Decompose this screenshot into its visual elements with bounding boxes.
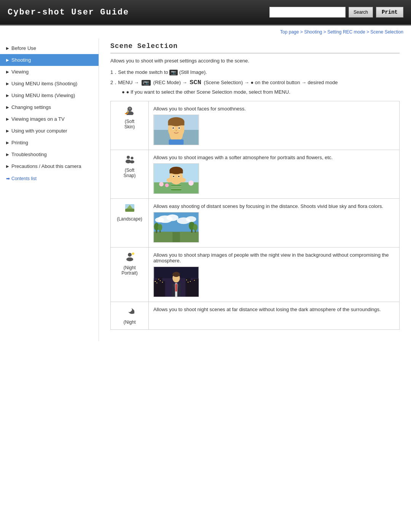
scene-icon-cell: (SoftSnap) xyxy=(111,150,149,199)
sidebar-item-viewing-tv[interactable]: ▶ Viewing images on a TV xyxy=(0,113,99,125)
camera-icon: 📷 xyxy=(169,70,178,75)
sidebar-label: Precautions / About this camera xyxy=(11,163,81,169)
sidebar-item-shooting[interactable]: ▶ Shooting xyxy=(0,54,99,66)
sidebar-label: Shooting xyxy=(11,57,31,63)
svg-rect-74 xyxy=(160,280,161,281)
app-title: Cyber-shot User Guide xyxy=(8,8,129,17)
arrow-icon: ▶ xyxy=(6,164,9,168)
svg-rect-71 xyxy=(155,281,156,282)
svg-rect-75 xyxy=(162,282,163,283)
breadcrumb: Top page > Shooting > Setting REC mode >… xyxy=(0,26,411,38)
breadcrumb-setting[interactable]: Setting REC mode xyxy=(327,29,365,35)
arrow-icon: ▶ xyxy=(6,46,9,50)
night-label: (Night xyxy=(115,320,144,325)
svg-point-19 xyxy=(130,160,134,163)
search-button[interactable]: Search xyxy=(349,7,373,18)
table-row: (Night Allows you to shoot night scenes … xyxy=(111,302,400,330)
arrow-icon: ▶ xyxy=(6,58,9,62)
soft-snap-photo xyxy=(153,163,199,194)
svg-text:🤳: 🤳 xyxy=(124,110,129,115)
sidebar-item-menu-viewing[interactable]: ▶ Using MENU items (Viewing) xyxy=(0,89,99,101)
scene-icon-cell: (Landscape) xyxy=(111,199,149,248)
svg-point-14 xyxy=(175,130,177,131)
contents-list-link[interactable]: ➡ Contents list xyxy=(0,172,99,185)
night-desc: Allows you to shoot night scenes at far … xyxy=(153,307,395,312)
sidebar-item-menu-shooting[interactable]: ▶ Using MENU items (Shooting) xyxy=(0,78,99,89)
scene-content-night-portrait: Allows you to shoot sharp images of peop… xyxy=(149,248,400,302)
arrow-icon: ▶ xyxy=(6,81,9,86)
header-controls: Search Print xyxy=(269,7,403,18)
soft-snap-icon xyxy=(115,155,144,166)
sidebar-label: Troubleshooting xyxy=(11,152,47,157)
sidebar-label: Before Use xyxy=(11,45,36,51)
sidebar-item-changing-settings[interactable]: ▶ Changing settings xyxy=(0,101,99,113)
svg-rect-36 xyxy=(171,186,181,187)
night-icon xyxy=(115,307,144,318)
landscape-photo xyxy=(153,212,199,243)
scene-content-soft-skin: Allows you to shoot faces for smoothness… xyxy=(149,101,400,150)
arrow-icon: ▶ xyxy=(6,93,9,97)
soft-skin-label: (SoftSkin) xyxy=(115,119,144,129)
svg-point-43 xyxy=(167,214,178,221)
svg-rect-15 xyxy=(169,139,184,145)
main-content: Scene Selection Allows you to shoot with… xyxy=(99,38,411,341)
scene-content-soft-snap: Allows you to shoot images with a softer… xyxy=(149,150,400,199)
svg-point-12 xyxy=(172,127,174,129)
svg-rect-76 xyxy=(186,280,187,280)
svg-point-60 xyxy=(128,253,132,257)
svg-point-33 xyxy=(167,178,173,182)
svg-point-34 xyxy=(180,178,186,182)
main-layout: ▶ Before Use ▶ Shooting ▶ Viewing ▶ Usin… xyxy=(0,38,411,341)
breadcrumb-current: Scene Selection xyxy=(370,29,403,35)
table-row: 🤳 (SoftSkin) Allows you to shoot faces f… xyxy=(111,101,400,150)
svg-point-61 xyxy=(126,257,133,261)
sidebar-item-printing[interactable]: ▶ Printing xyxy=(0,137,99,149)
sidebar-label: Using MENU items (Shooting) xyxy=(11,81,77,86)
soft-skin-desc: Allows you to shoot faces for smoothness… xyxy=(153,106,395,112)
contents-list-label: Contents list xyxy=(11,176,37,181)
print-button[interactable]: Print xyxy=(376,7,403,18)
svg-rect-78 xyxy=(190,281,191,282)
landscape-desc: Allows easy shooting of distant scenes b… xyxy=(153,203,395,209)
svg-point-32 xyxy=(178,176,180,177)
sidebar-item-using-computer[interactable]: ▶ Using with your computer xyxy=(0,125,99,137)
step2: 2．MENU → i📷 (REC Mode) → SCN (Scene Sele… xyxy=(110,79,400,86)
soft-skin-icon: 🤳 xyxy=(115,106,144,117)
scene-icon-cell: 🤳 (SoftSkin) xyxy=(111,101,149,150)
sidebar-item-precautions[interactable]: ▶ Precautions / About this camera xyxy=(0,160,99,172)
scene-icon-cell: (Night xyxy=(111,302,149,330)
sidebar-label: Changing settings xyxy=(11,104,51,110)
sidebar-item-troubleshooting[interactable]: ▶ Troubleshooting xyxy=(0,149,99,160)
sidebar-item-viewing[interactable]: ▶ Viewing xyxy=(0,66,99,78)
svg-point-13 xyxy=(178,127,180,129)
intro-text: Allows you to shoot with preset settings… xyxy=(110,58,400,64)
landscape-icon xyxy=(115,203,144,215)
svg-rect-70 xyxy=(193,279,199,297)
search-input[interactable] xyxy=(269,7,346,18)
svg-point-24 xyxy=(165,184,169,187)
svg-point-81 xyxy=(172,272,180,277)
svg-rect-72 xyxy=(156,283,157,283)
arrow-right-icon: ➡ xyxy=(6,176,10,181)
table-row: (Landscape) Allows easy shooting of dist… xyxy=(111,199,400,248)
svg-point-55 xyxy=(158,224,162,231)
svg-point-59 xyxy=(193,224,198,231)
breadcrumb-top[interactable]: Top page xyxy=(280,29,299,35)
svg-rect-77 xyxy=(188,282,188,283)
sidebar-label: Printing xyxy=(11,140,28,145)
sidebar-item-before-use[interactable]: ▶ Before Use xyxy=(0,42,99,54)
arrow-icon: ▶ xyxy=(6,141,9,145)
arrow-icon: ▶ xyxy=(6,70,9,74)
svg-point-16 xyxy=(127,156,130,159)
sidebar-label: Using MENU items (Viewing) xyxy=(11,93,75,98)
breadcrumb-shooting[interactable]: Shooting xyxy=(304,29,322,35)
svg-rect-85 xyxy=(175,284,177,292)
soft-skin-photo xyxy=(153,115,199,145)
svg-rect-51 xyxy=(180,232,199,242)
svg-rect-50 xyxy=(154,232,173,242)
svg-point-18 xyxy=(131,157,133,160)
svg-rect-9 xyxy=(168,122,185,126)
svg-point-23 xyxy=(159,182,164,187)
arrow-icon: ▶ xyxy=(6,152,9,157)
irec-icon: i📷 xyxy=(142,80,151,86)
